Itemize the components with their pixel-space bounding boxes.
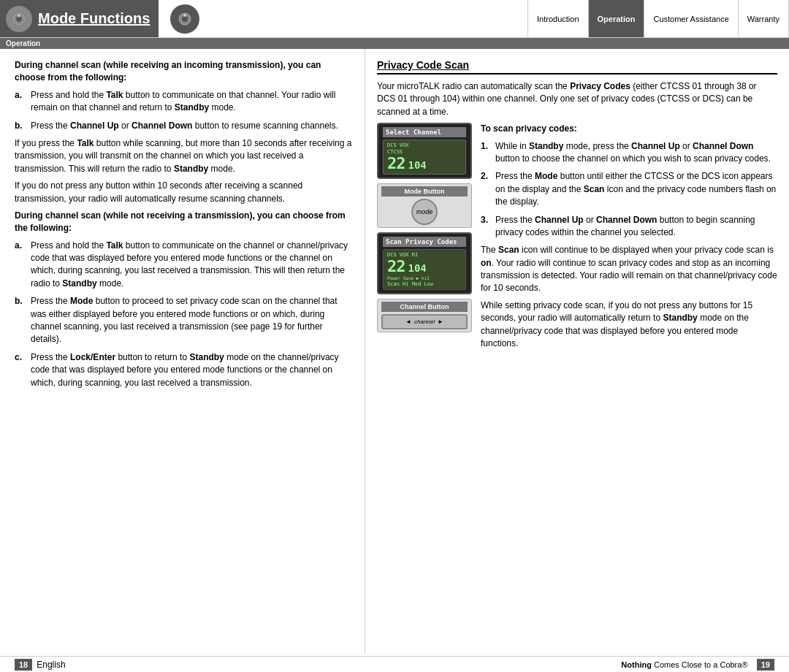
step-3: 3. Press the Channel Up or Channel Down … [481,214,777,240]
page-title: Mode Functions [38,10,150,27]
list-b1-text: Press the Channel Up or Channel Down but… [31,120,353,132]
page-footer: 18 English Nothing Comes Close to a Cobr… [0,656,789,672]
header-right-section: Introduction Operation Customer Assistan… [159,0,789,37]
svg-point-2 [18,14,20,17]
text-column: To scan privacy codes: 1. While in Stand… [481,123,777,354]
step-1: 1. While in Standby mode, press the Chan… [481,140,777,166]
channel-btn-label: Channel Button [381,302,468,312]
mode-btn-label: Mode Button [381,186,468,196]
list-item-a2: a. Press and hold the Talk button to com… [15,240,353,291]
left-intro-heading: During channel scan (while receiving an … [15,59,353,85]
sub-header-bar: Operation [0,38,789,49]
list-b2-text: Press the Mode button to proceed to set … [31,295,353,346]
step-2: 2. Press the Mode button until either th… [481,170,777,208]
channel-button-display: Channel Button ◄ channel ► [377,299,472,332]
page-number-right: 19 [757,659,774,671]
list-a1-text: Press and hold the Talk button to commun… [31,89,353,115]
nav-tabs: Introduction Operation Customer Assistan… [527,0,789,37]
section-title: Privacy Code Scan [377,59,777,75]
nav-customer-assistance[interactable]: Customer Assistance [644,0,738,37]
scan-word: Scan Hi Med Low [387,281,462,287]
lcd1-screen: DCS VOX CTCSS 22 104 [383,140,466,175]
select-channel-label: Select Channel [383,127,466,137]
scan-screen: DCS VOX RI 22 104 Power Save ▶ hi2 Scan … [383,249,466,290]
scan-label: Scan Privacy Codes [383,237,466,247]
right-para1: The Scan icon will continue to be displa… [481,244,777,295]
operation-icon [170,4,199,34]
right-top-section: Select Channel DCS VOX CTCSS 22 104 [377,123,777,354]
footer-right: Nothing Comes Close to a Cobra® 19 [365,660,789,669]
page-number-left: 18 [15,659,32,671]
right-column: Privacy Code Scan Your microTALK radio c… [365,49,789,654]
scan-privacy-display: Scan Privacy Codes DCS VOX RI 22 104 Pow… [377,232,472,294]
page-header: Mode Functions Introduction Operation Cu… [0,0,789,38]
steps-list: 1. While in Standby mode, press the Chan… [481,140,777,240]
left-column: During channel scan (while receiving an … [0,49,365,654]
svg-point-5 [183,14,186,17]
right-para2: While setting privacy code scan, if you … [481,299,777,351]
svg-point-1 [16,16,21,21]
header-left-section: Mode Functions [0,0,159,37]
lcd1-top-row: DCS VOX [387,142,462,148]
nav-operation[interactable]: Operation [589,0,645,37]
mode-button-display: Mode Button mode [377,183,472,228]
list-c2-text: Press the Lock/Enter button to return to… [31,351,353,389]
channel-button-graphic: ◄ channel ► [381,314,468,329]
mode-icon [6,6,32,32]
lcd1-numbers: 22 104 [387,156,462,172]
scan-numbers: 22 104 [387,259,462,275]
select-channel-display: Select Channel DCS VOX CTCSS 22 104 [377,123,472,179]
main-content: During channel scan (while receiving an … [0,49,789,654]
header-nav-area [159,0,527,37]
left-para2: If you do not press any button within 10… [15,180,353,205]
list-item-b2: b. Press the Mode button to proceed to s… [15,295,353,346]
images-column: Select Channel DCS VOX CTCSS 22 104 [377,123,472,354]
list-item-b1: b. Press the Channel Up or Channel Down … [15,120,353,132]
scan-bottom-row: Power Save ▶ hi2 [387,275,462,280]
mode-button-graphic: mode [411,199,438,225]
list-item-a1: a. Press and hold the Talk button to com… [15,89,353,115]
nav-warranty[interactable]: Warranty [739,0,789,37]
footer-left: 18 English [0,659,365,671]
list-item-c2: c. Press the Lock/Enter button to return… [15,351,353,389]
to-scan-heading: To scan privacy codes: [481,123,777,135]
nav-introduction[interactable]: Introduction [528,0,588,37]
footer-lang: English [37,660,65,670]
svg-point-4 [182,16,188,22]
list-a2-text: Press and hold the Talk button to commun… [31,240,353,291]
left-para1: If you press the Talk button while scann… [15,137,353,175]
footer-tagline: Nothing Comes Close to a Cobra® 19 [621,660,774,669]
right-intro: Your microTALK radio can automatically s… [377,80,777,118]
left-heading2: During channel scan (while not receiving… [15,210,353,235]
